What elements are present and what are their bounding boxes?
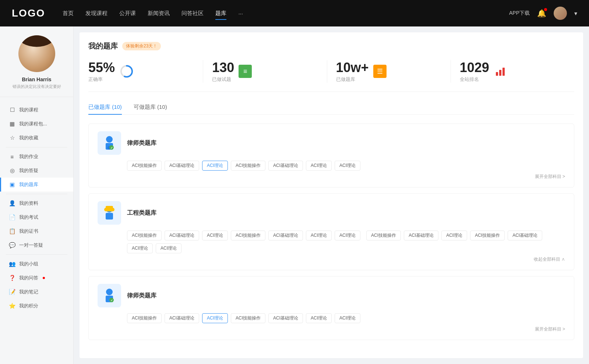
qbank-card-1-tags: ACI技能操作 ACI基础理论 ACI理论 ACI技能操作 ACI基础理论 AC… xyxy=(98,161,565,171)
nav-qa[interactable]: 问答社区 xyxy=(181,8,204,18)
profile-avatar xyxy=(18,35,55,72)
sidebar-label-group: 我的小组 xyxy=(19,261,38,267)
qbank-3-tag-6[interactable]: ACI理论 xyxy=(335,313,360,323)
trial-badge: 体验剩余23天！ xyxy=(122,42,161,50)
sidebar-label-questions: 我的答疑 xyxy=(19,167,38,174)
qbank-2-tag-8[interactable]: ACI基础理论 xyxy=(404,231,438,240)
qbank-3-tag-5[interactable]: ACI理论 xyxy=(306,313,332,323)
sidebar-item-my-qa[interactable]: ❓ 我的问答 xyxy=(0,271,73,285)
sidebar-item-one-on-one[interactable]: 💬 一对一答疑 xyxy=(0,238,73,252)
qbank-2-tag-10[interactable]: ACI技能操作 xyxy=(470,231,505,240)
qbank-2-tag-3[interactable]: ACI技能操作 xyxy=(231,231,265,240)
profile-icon: 👤 xyxy=(9,200,15,207)
stat-questions-done-label: 已做试题 xyxy=(212,76,234,83)
user-dropdown-arrow[interactable]: ▾ xyxy=(574,10,577,17)
qbank-2-tag-2[interactable]: ACI理论 xyxy=(202,231,228,240)
qbank-card-1-icon: ✓ xyxy=(98,131,121,155)
tabs-row: 已做题库 (10) 可做题库 (10) xyxy=(88,104,574,115)
main-content: 我的题库 体验剩余23天！ 55% 正确率 xyxy=(74,26,589,364)
sidebar-item-course-package[interactable]: ▦ 我的课程包... xyxy=(0,117,73,131)
qbank-2-tag-4[interactable]: ACI基础理论 xyxy=(268,231,303,240)
page-header: 我的题库 体验剩余23天！ xyxy=(88,41,574,51)
qbank-2-expand[interactable]: 收起全部科目 ∧ xyxy=(534,256,565,263)
nav-news[interactable]: 新闻资讯 xyxy=(148,8,170,18)
sidebar-item-certificate[interactable]: 📋 我的证书 xyxy=(0,224,73,238)
sidebar-item-homework[interactable]: ≡ 我的作业 xyxy=(0,150,73,164)
qbank-3-tag-3[interactable]: ACI技能操作 xyxy=(231,313,265,323)
qbank-1-tag-6[interactable]: ACI理论 xyxy=(335,161,360,171)
nav-more[interactable]: ··· xyxy=(238,9,243,18)
stat-ranking-content: 1029 全站排名 xyxy=(460,60,489,83)
qbank-2-tag-0[interactable]: ACI技能操作 xyxy=(127,231,162,240)
group-icon: 👥 xyxy=(9,261,15,267)
stat-ranking-label: 全站排名 xyxy=(460,76,489,83)
qbank-1-tag-5[interactable]: ACI理论 xyxy=(306,161,332,171)
qbank-3-expand[interactable]: 展开全部科目 > xyxy=(535,326,565,332)
stat-questions-done-content: 130 已做试题 xyxy=(212,60,234,83)
qbank-3-tag-4[interactable]: ACI基础理论 xyxy=(268,313,303,323)
qbank-3-tag-2[interactable]: ACI理论 xyxy=(202,313,228,323)
nav-open-course[interactable]: 公开课 xyxy=(119,8,136,18)
sidebar-item-qbank[interactable]: ▣ 我的题库 xyxy=(0,178,73,192)
sidebar-item-my-course[interactable]: ☐ 我的课程 xyxy=(0,103,73,117)
sidebar-label-notes: 我的笔记 xyxy=(19,289,38,295)
svg-point-14 xyxy=(106,289,113,295)
svg-text:✓: ✓ xyxy=(110,299,113,302)
qbank-card-2-tags: ACI技能操作 ACI基础理论 ACI理论 ACI技能操作 ACI基础理论 AC… xyxy=(98,231,565,253)
nav-home[interactable]: 首页 xyxy=(63,8,74,18)
qbank-2-tag-9[interactable]: ACI理论 xyxy=(441,231,467,240)
sidebar-item-favorites[interactable]: ☆ 我的收藏 xyxy=(0,131,73,145)
qbank-1-expand[interactable]: 展开全部科目 > xyxy=(535,174,565,180)
navbar: LOGO 首页 发现课程 公开课 新闻资讯 问答社区 题库 ··· APP下载 … xyxy=(0,0,589,26)
notes-icon: 📝 xyxy=(9,289,15,295)
stat-ranking-number: 1029 xyxy=(460,60,489,75)
qbank-card-2-icon xyxy=(98,201,121,225)
qbank-2-tag-7[interactable]: ACI技能操作 xyxy=(366,231,401,240)
sidebar-label-favorites: 我的收藏 xyxy=(19,135,38,141)
favorites-icon: ☆ xyxy=(9,135,15,141)
qbank-2-tag-11[interactable]: ACI基础理论 xyxy=(508,231,542,240)
qbank-1-tag-3[interactable]: ACI技能操作 xyxy=(231,161,265,171)
qbank-2-tag-12[interactable]: ACI理论 xyxy=(127,243,153,253)
sidebar-item-group[interactable]: 👥 我的小组 xyxy=(0,257,73,271)
doc-icon: ≡ xyxy=(239,65,252,78)
sidebar-item-profile[interactable]: 👤 我的资料 xyxy=(0,196,73,210)
nav-menu: 首页 发现课程 公开课 新闻资讯 问答社区 题库 ··· xyxy=(63,8,509,18)
page-layout: Brian Harris 错误的决定比没有决定要好 ☐ 我的课程 ▦ 我的课程包… xyxy=(0,26,589,364)
qbank-2-tag-6[interactable]: ACI理论 xyxy=(335,231,360,240)
qbank-3-tag-1[interactable]: ACI基础理论 xyxy=(165,313,199,323)
sidebar-label-points: 我的积分 xyxy=(19,303,38,309)
tab-available[interactable]: 可做题库 (10) xyxy=(134,104,167,114)
stat-banks-done-label: 已做题库 xyxy=(336,76,369,83)
sidebar-label-one-on-one: 一对一答疑 xyxy=(19,242,43,249)
nav-qbank[interactable]: 题库 xyxy=(215,8,226,18)
accuracy-circle xyxy=(119,64,134,79)
stat-accuracy-number: 55% xyxy=(88,60,115,75)
sidebar-item-points[interactable]: ⭐ 我的积分 xyxy=(0,299,73,313)
qbank-2-tag-13[interactable]: ACI理论 xyxy=(156,243,181,253)
stat-questions-done-number: 130 xyxy=(212,60,234,75)
qbank-2-tag-5[interactable]: ACI理论 xyxy=(306,231,332,240)
qbank-3-tag-0[interactable]: ACI技能操作 xyxy=(127,313,162,323)
qbank-1-tag-1[interactable]: ACI基础理论 xyxy=(165,161,199,171)
app-download-link[interactable]: APP下载 xyxy=(509,10,530,17)
nav-discover[interactable]: 发现课程 xyxy=(85,8,107,18)
course-icon: ☐ xyxy=(9,107,15,113)
sidebar-label-certificate: 我的证书 xyxy=(19,228,38,235)
qbank-1-tag-4[interactable]: ACI基础理论 xyxy=(268,161,303,171)
profile-motto: 错误的决定比没有决定要好 xyxy=(7,84,67,89)
stat-accuracy: 55% 正确率 xyxy=(88,60,203,83)
sidebar-item-notes[interactable]: 📝 我的笔记 xyxy=(0,285,73,299)
sidebar-label-course-package: 我的课程包... xyxy=(19,121,47,127)
qbank-card-3-icon: ✓ xyxy=(98,284,121,307)
user-avatar[interactable] xyxy=(554,7,567,20)
qbank-1-tag-2[interactable]: ACI理论 xyxy=(202,161,228,171)
sidebar-item-questions[interactable]: ◎ 我的答疑 xyxy=(0,164,73,178)
notification-bell[interactable]: 🔔 xyxy=(537,9,546,18)
sidebar-item-exam[interactable]: 📄 我的考试 xyxy=(0,210,73,224)
qbank-card-3-header: ✓ 律师类题库 xyxy=(98,284,565,307)
profile-section: Brian Harris 错误的决定比没有决定要好 xyxy=(0,35,73,97)
qbank-1-tag-0[interactable]: ACI技能操作 xyxy=(127,161,162,171)
tab-done[interactable]: 已做题库 (10) xyxy=(88,104,122,114)
qbank-2-tag-1[interactable]: ACI基础理论 xyxy=(165,231,199,240)
